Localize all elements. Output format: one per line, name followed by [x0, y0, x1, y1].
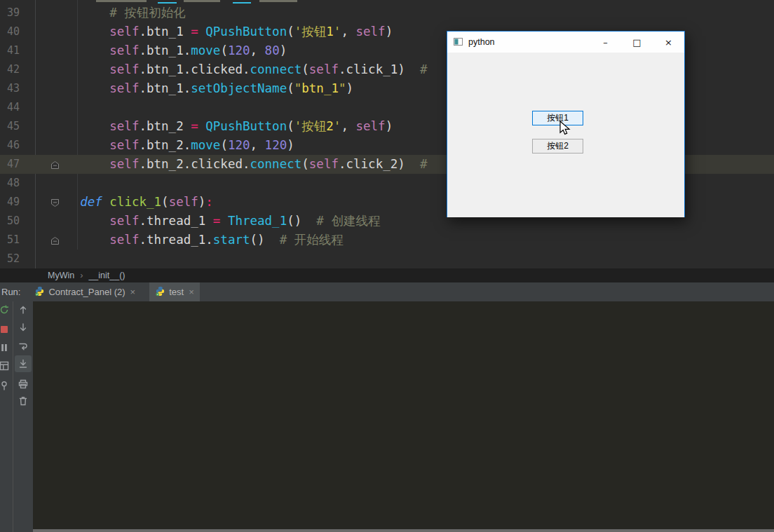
qt-button-2[interactable]: 按钮2	[532, 139, 583, 154]
python-icon	[34, 286, 45, 299]
code-text: self.btn_2.move(120, 120)	[50, 136, 294, 155]
code-text: def click_1(self):	[50, 193, 213, 212]
rerun-icon[interactable]	[0, 304, 10, 315]
line-number[interactable]: 43	[0, 79, 20, 98]
run-toolbar	[0, 301, 33, 532]
line-number[interactable]: 44	[0, 98, 20, 117]
clipped-code-fragment	[184, 0, 220, 2]
gutter-cell[interactable]	[20, 250, 50, 268]
stop-icon[interactable]	[0, 324, 10, 335]
python-icon	[155, 286, 165, 299]
code-text: self.btn_1 = QPushButton('按钮1', self)	[50, 22, 393, 41]
line-number[interactable]: 50	[0, 212, 20, 231]
gutter-cell[interactable]	[20, 79, 50, 98]
gutter-cell[interactable]	[20, 193, 50, 212]
gutter-cell[interactable]	[20, 155, 50, 174]
up-stack-icon[interactable]	[18, 304, 29, 315]
code-text: self.btn_1.setObjectName("btn_1")	[50, 79, 353, 98]
pause-output-icon[interactable]	[0, 342, 10, 353]
tab-close-icon[interactable]: ×	[130, 287, 136, 297]
line-number[interactable]: 51	[0, 231, 20, 250]
line-number[interactable]: 40	[0, 22, 20, 41]
run-console[interactable]: D:\Project\venv\Scripts\python.exe D:/Pr…	[0, 301, 774, 532]
tab-close-icon[interactable]: ×	[189, 287, 194, 297]
code-text: self.thread_1 = Thread_1() # 创建线程	[50, 212, 380, 231]
line-number[interactable]: 41	[0, 41, 20, 60]
soft-wrap-icon[interactable]	[18, 341, 29, 352]
breadcrumb-method[interactable]: __init__()	[88, 271, 125, 280]
restore-layout-icon[interactable]	[0, 360, 10, 371]
line-number[interactable]: 48	[0, 174, 20, 193]
qt-window-controls: – □ ×	[590, 32, 684, 53]
toolbar-separator	[13, 301, 13, 532]
fold-up-icon[interactable]	[50, 160, 60, 172]
code-text: self.btn_1.clicked.connect(self.click_1)…	[50, 60, 427, 79]
gutter-cell[interactable]	[20, 174, 50, 193]
code-text: self.btn_2.clicked.connect(self.click_2)…	[50, 155, 427, 174]
run-label: Run:	[0, 282, 20, 301]
line-number[interactable]: 49	[0, 193, 20, 212]
scroll-to-end-icon[interactable]	[18, 358, 29, 369]
fold-down-icon[interactable]	[50, 198, 60, 210]
tab-label: Contract_Panel (2)	[48, 287, 125, 297]
gutter-cell[interactable]	[20, 4, 50, 22]
run-tabbar: Run: Contract_Panel (2)×test×	[0, 282, 774, 301]
clipped-code-fragment	[259, 0, 297, 2]
clipped-code-fragment	[96, 0, 147, 2]
minimize-icon[interactable]: –	[590, 32, 621, 53]
run-tab-test[interactable]: test×	[149, 282, 200, 301]
qt-window-titlebar[interactable]: python – □ ×	[447, 32, 684, 53]
gutter-cell[interactable]	[20, 22, 50, 41]
run-tabs: Contract_Panel (2)×test×	[29, 282, 208, 301]
run-tab-contract-panel-2-[interactable]: Contract_Panel (2)×	[29, 282, 141, 301]
line-number[interactable]: 39	[0, 4, 20, 22]
code-line[interactable]: 52	[0, 250, 774, 268]
line-number[interactable]: 47	[0, 155, 20, 174]
code-text: # 按钮初始化	[50, 4, 186, 22]
clear-icon[interactable]	[18, 395, 29, 407]
code-line[interactable]: 39 # 按钮初始化	[0, 4, 774, 22]
mouse-cursor-icon	[559, 121, 571, 140]
code-text: self.btn_1.move(120, 80)	[50, 41, 287, 60]
gutter-cell[interactable]	[20, 117, 50, 136]
code-line[interactable]: 51 self.thread_1.start() # 开始线程	[0, 231, 774, 250]
gutter-cell[interactable]	[20, 41, 50, 60]
print-icon[interactable]	[18, 378, 29, 390]
qt-window-title: python	[468, 37, 495, 47]
code-text: self.btn_2 = QPushButton('按钮2', self)	[50, 117, 393, 136]
maximize-icon[interactable]: □	[621, 32, 653, 53]
line-number[interactable]: 52	[0, 250, 20, 268]
app-window-icon	[454, 36, 463, 48]
close-icon[interactable]: ×	[653, 32, 684, 53]
gutter-cell[interactable]	[20, 136, 50, 155]
qt-button-1[interactable]: 按钮1	[532, 111, 583, 125]
breadcrumb-separator-icon: ›	[80, 271, 83, 280]
line-number[interactable]: 42	[0, 60, 20, 79]
ide-root: 39 # 按钮初始化40 self.btn_1 = QPushButton('按…	[0, 0, 774, 532]
fold-up-icon[interactable]	[50, 236, 60, 248]
code-text: self.thread_1.start() # 开始线程	[50, 231, 344, 250]
horizontal-scrollbar[interactable]	[33, 529, 774, 532]
pin-icon[interactable]	[0, 380, 10, 391]
gutter-cell[interactable]	[20, 231, 50, 250]
down-stack-icon[interactable]	[18, 322, 29, 333]
breadcrumb-class[interactable]: MyWin	[48, 271, 74, 280]
tab-label: test	[169, 287, 184, 297]
breadcrumb: MyWin › __init__()	[0, 268, 774, 282]
line-number[interactable]: 45	[0, 117, 20, 136]
gutter-cell[interactable]	[20, 98, 50, 117]
line-number[interactable]: 46	[0, 136, 20, 155]
gutter-cell[interactable]	[20, 60, 50, 79]
gutter-cell[interactable]	[20, 212, 50, 231]
